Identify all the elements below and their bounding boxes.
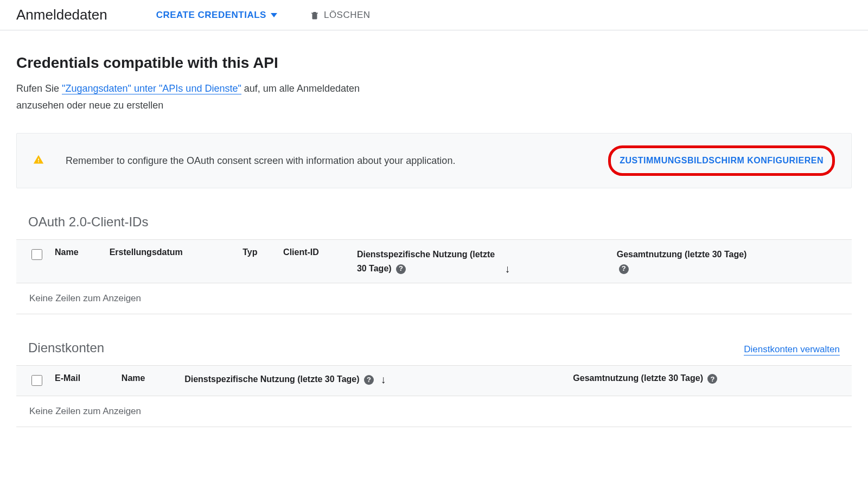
oauth-consent-alert: Remember to configure the OAuth consent … [16, 133, 852, 188]
accounts-select-all-checkbox[interactable] [31, 375, 42, 386]
col-service-usage[interactable]: Dienstspezifische Nutzung (letzte 30 Tag… [179, 366, 567, 396]
help-icon[interactable]: ? [396, 264, 406, 274]
intro-pre: Rufen Sie [16, 83, 62, 94]
intro-text: Rufen Sie "Zugangsdaten" unter "APIs und… [16, 80, 396, 113]
col-service-usage[interactable]: Dienstspezifische Nutzung (letzte 30 Tag… [352, 240, 611, 283]
help-icon[interactable]: ? [619, 264, 629, 274]
sort-down-icon[interactable]: ↓ [505, 263, 510, 275]
warning-icon [33, 154, 44, 168]
sort-down-icon[interactable]: ↓ [381, 373, 386, 386]
create-credentials-label: CREATE CREDENTIALS [156, 10, 266, 21]
oauth-empty-row: Keine Zeilen zum Anzeigen [16, 283, 852, 314]
col-email[interactable]: E-Mail [49, 366, 116, 396]
col-client-id[interactable]: Client-ID [278, 240, 352, 283]
credentials-link[interactable]: "Zugangsdaten" unter "APIs und Dienste" [62, 83, 241, 94]
col-created[interactable]: Erstellungsdatum [104, 240, 238, 283]
service-accounts-section: Dienstkonten Dienstkonten verwalten E-Ma… [16, 340, 852, 427]
accounts-table: E-Mail Name Dienstspezifische Nutzung (l… [16, 365, 852, 427]
col-name[interactable]: Name [116, 366, 179, 396]
manage-accounts-link[interactable]: Dienstkonten verwalten [744, 344, 840, 355]
content-area: Credentials compatible with this API Ruf… [0, 30, 868, 438]
chevron-down-icon [271, 13, 277, 17]
col-type[interactable]: Typ [237, 240, 278, 283]
help-icon[interactable]: ? [364, 375, 374, 385]
header-bar: Anmeldedaten CREATE CREDENTIALS LÖSCHEN [0, 0, 868, 30]
trash-icon [310, 10, 320, 21]
col-name[interactable]: Name [49, 240, 104, 283]
col-total-usage-label: Gesamtnutzung (letzte 30 Tage) [617, 250, 747, 259]
delete-button[interactable]: LÖSCHEN [310, 10, 371, 21]
create-credentials-button[interactable]: CREATE CREDENTIALS [156, 10, 277, 21]
accounts-empty-text: Keine Zeilen zum Anzeigen [16, 396, 852, 427]
col-total-usage[interactable]: Gesamtnutzung (letzte 30 Tage) ? [567, 366, 852, 396]
configure-consent-button[interactable]: ZUSTIMMUNGSBILDSCHIRM KONFIGURIEREN [608, 145, 835, 176]
alert-text: Remember to configure the OAuth consent … [66, 155, 586, 167]
page-title: Anmeldedaten [16, 7, 107, 23]
oauth-table: Name Erstellungsdatum Typ Client-ID Dien… [16, 239, 852, 314]
delete-label: LÖSCHEN [324, 10, 371, 21]
accounts-section-title: Dienstkonten [28, 340, 104, 355]
oauth-select-all-checkbox[interactable] [31, 249, 42, 260]
col-service-usage-label: Dienstspezifische Nutzung (letzte 30 Tag… [184, 374, 359, 384]
accounts-empty-row: Keine Zeilen zum Anzeigen [16, 396, 852, 427]
help-icon[interactable]: ? [707, 374, 717, 384]
main-heading: Credentials compatible with this API [16, 54, 852, 72]
oauth-clients-section: OAuth 2.0-Client-IDs Name Erstellungsdat… [16, 214, 852, 314]
col-service-usage-label: Dienstspezifische Nutzung (letzte 30 Tag… [357, 250, 495, 273]
col-total-usage[interactable]: Gesamtnutzung (letzte 30 Tage) ? [611, 240, 852, 283]
col-total-usage-label: Gesamtnutzung (letzte 30 Tage) [573, 373, 703, 383]
oauth-empty-text: Keine Zeilen zum Anzeigen [16, 283, 852, 314]
oauth-section-title: OAuth 2.0-Client-IDs [28, 214, 148, 230]
